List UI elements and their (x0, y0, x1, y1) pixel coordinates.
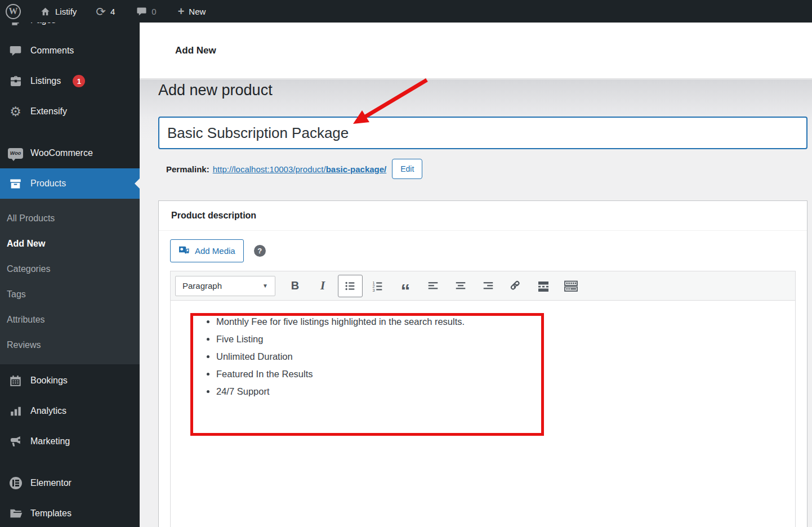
wordpress-logo-icon[interactable]: W (6, 4, 21, 19)
comments-icon (8, 44, 23, 57)
sidebar-item-extensify[interactable]: ⚙ Extensify (0, 96, 140, 127)
new-content-link[interactable]: + New (175, 6, 209, 17)
toolbar-toggle-button[interactable] (559, 275, 583, 297)
updates-link[interactable]: ⟳ 4 (92, 6, 118, 17)
classic-editor: Paragraph ▼ B I 123 “ (170, 271, 796, 527)
align-right-button[interactable] (476, 275, 501, 297)
sidebar-item-bookings[interactable]: Bookings (0, 365, 140, 396)
paragraph-format-value: Paragraph (182, 281, 222, 291)
plus-icon: + (178, 6, 185, 17)
admin-sidebar: Pages Comments Listings 1 ⚙ Extensify Wo… (0, 0, 140, 527)
comments-count: 0 (151, 7, 156, 16)
edit-permalink-button[interactable]: Edit (392, 159, 422, 179)
add-media-button[interactable]: Add Media (170, 239, 244, 262)
page-title: Add new product (158, 82, 273, 99)
sidebar-separator (0, 457, 140, 468)
submenu-item-all-products[interactable]: All Products (0, 206, 140, 231)
sidebar-item-label: Analytics (30, 406, 66, 416)
align-left-button[interactable] (421, 275, 445, 297)
permalink-link[interactable]: http://localhost:10003/product/basic-pac… (213, 164, 387, 174)
sidebar-item-label: Extensify (30, 106, 67, 117)
svg-text:3: 3 (372, 287, 374, 292)
metabox-title: Product description (171, 211, 256, 221)
sidebar-item-products[interactable]: Products (0, 168, 140, 199)
permalink-label: Permalink: (166, 164, 209, 174)
sidebar-item-label: Comments (30, 46, 74, 56)
bullet-list-button[interactable] (338, 275, 363, 297)
numbered-list-button[interactable]: 123 (365, 275, 390, 297)
current-menu-arrow (135, 178, 140, 189)
submenu-item-reviews[interactable]: Reviews (0, 332, 140, 358)
site-name: Listify (55, 7, 77, 16)
woo-logo-text: Woo (8, 148, 23, 159)
align-right-icon (482, 280, 494, 292)
submenu-item-tags[interactable]: Tags (0, 282, 140, 307)
submenu-item-attributes[interactable]: Attributes (0, 307, 140, 332)
bullet-list-icon (344, 280, 356, 292)
add-media-label: Add Media (195, 246, 235, 256)
align-center-icon (454, 280, 467, 292)
editor-content-area[interactable]: Monthly Fee for five listings highlighte… (171, 301, 795, 527)
editor-page-body: Add new product Permalink: http://localh… (140, 79, 812, 527)
sidebar-item-label: Bookings (30, 376, 68, 386)
updates-count: 4 (110, 7, 115, 16)
feature-bullet-list: Monthly Fee for five listings highlighte… (216, 315, 795, 398)
sidebar-item-comments[interactable]: Comments (0, 35, 140, 66)
calendar-icon (8, 374, 23, 387)
submenu-item-add-new[interactable]: Add New (0, 231, 140, 256)
comments-link[interactable]: 0 (133, 6, 159, 17)
help-icon[interactable]: ? (254, 245, 266, 257)
bar-chart-icon (8, 405, 23, 417)
megaphone-icon (8, 435, 23, 448)
sidebar-item-label: Marketing (30, 436, 70, 446)
update-icon: ⟳ (96, 6, 106, 17)
briefcase-icon (8, 74, 23, 88)
blockquote-button[interactable]: “ (393, 275, 418, 297)
align-center-button[interactable] (448, 275, 473, 297)
sidebar-item-label: Listings (30, 76, 61, 86)
sidebar-item-woocommerce[interactable]: Woo WooCommerce (0, 138, 140, 168)
numbered-list-icon: 123 (372, 280, 384, 292)
sidebar-separator (0, 127, 140, 138)
bullet-item: 24/7 Support (216, 385, 795, 398)
italic-button[interactable]: I (310, 275, 335, 297)
paragraph-format-select[interactable]: Paragraph ▼ (175, 276, 275, 296)
bullet-item: Five Listing (216, 333, 795, 346)
sidebar-item-analytics[interactable]: Analytics (0, 396, 140, 426)
elementor-icon (8, 477, 23, 489)
sidebar-item-templates[interactable]: Templates (0, 498, 140, 527)
sidebar-item-label: Elementor (30, 478, 72, 488)
bullet-item: Monthly Fee for five listings highlighte… (216, 315, 795, 328)
comment-bubble-icon (136, 6, 147, 17)
home-icon (40, 6, 51, 17)
woocommerce-icon: Woo (8, 148, 23, 159)
submenu-item-categories[interactable]: Categories (0, 256, 140, 282)
media-icon (179, 245, 190, 257)
sidebar-item-label: Products (30, 178, 66, 189)
bullet-item: Unlimited Duration (216, 350, 795, 363)
editor-tools-row: Add Media ? (159, 231, 807, 271)
insert-link-button[interactable] (503, 275, 528, 297)
chevron-down-icon: ▼ (262, 283, 268, 289)
product-description-metabox: Product description Add Media ? Paragrap… (158, 200, 807, 527)
metabox-header: Product description (159, 201, 807, 231)
page-header-title: Add New (175, 45, 216, 56)
sidebar-item-elementor[interactable]: Elementor (0, 468, 140, 498)
folder-icon (8, 507, 23, 520)
sidebar-item-listings[interactable]: Listings 1 (0, 66, 140, 96)
bullet-item: Featured In the Results (216, 368, 795, 381)
new-label: New (189, 7, 206, 16)
more-tag-button[interactable] (531, 275, 556, 297)
sidebar-item-label: WooCommerce (30, 148, 93, 158)
site-name-link[interactable]: Listify (37, 6, 80, 17)
products-icon (8, 177, 23, 190)
sidebar-item-marketing[interactable]: Marketing (0, 426, 140, 457)
products-submenu: All Products Add New Categories Tags Att… (0, 199, 140, 364)
bold-button[interactable]: B (283, 275, 307, 297)
align-left-icon (427, 280, 439, 292)
product-title-input[interactable] (158, 117, 807, 149)
keyboard-icon (564, 279, 578, 293)
woocommerce-page-header: Add New (140, 23, 812, 79)
sidebar-item-label: Templates (30, 508, 72, 519)
more-tag-icon (537, 279, 550, 293)
